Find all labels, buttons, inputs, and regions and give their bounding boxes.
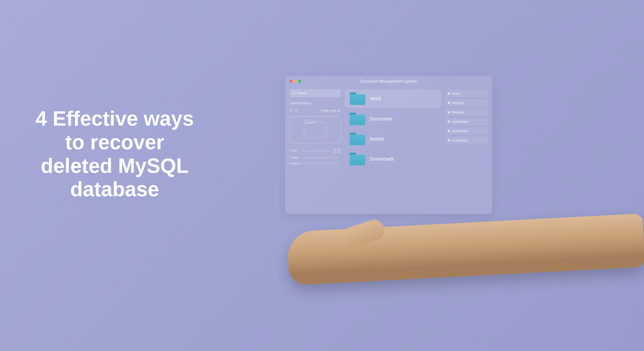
nav-item-applications[interactable]: Applications — [445, 118, 488, 125]
search-history-label[interactable]: Search history — [290, 100, 341, 106]
nav-item-recents[interactable]: Recents — [445, 99, 488, 106]
toolbar-row: ✎ ⏱ Folder only ⊕ — [290, 109, 341, 112]
nav-item-downloads[interactable]: Downloads — [445, 137, 488, 144]
maximize-icon[interactable] — [298, 80, 301, 83]
clock-icon[interactable]: ⏱ — [295, 109, 298, 112]
meta-row-modified: Modified — [290, 162, 341, 165]
bullet-icon — [448, 130, 450, 132]
folder-item-document[interactable]: Document — [345, 110, 441, 128]
folder-item-assets[interactable]: Assets — [345, 130, 441, 148]
search-icon — [292, 92, 295, 95]
minimize-icon[interactable] — [294, 80, 296, 83]
hand-illustration — [288, 205, 644, 316]
traffic-lights — [290, 80, 301, 83]
folder-list: Work Document Assets — [345, 89, 441, 209]
bullet-icon — [448, 102, 450, 104]
nav-item-home[interactable]: Home — [445, 90, 488, 97]
file-manager-window: Document Management System Search Search… — [285, 76, 492, 214]
folder-icon — [350, 113, 365, 125]
folder-icon — [350, 133, 365, 145]
folder-only-label[interactable]: Folder only ⊕ — [321, 109, 340, 112]
window-title: Document Management System — [360, 79, 417, 84]
nav-item-documents[interactable]: Documents — [445, 128, 488, 134]
toolbar-icons: ✎ ⏱ — [290, 109, 298, 112]
sidebar-right: Home Recents Desktop Applications Docume… — [445, 89, 488, 209]
folder-item-downloads[interactable]: Downloads — [345, 150, 441, 168]
title-container: 4 Effective ways to recover deleted MySQ… — [31, 107, 198, 201]
folder-outline-icon: 200Shows — [304, 122, 326, 138]
nav-item-desktop[interactable]: Desktop — [445, 109, 488, 116]
main-title: 4 Effective ways to recover deleted MySQ… — [31, 107, 198, 201]
close-icon[interactable] — [290, 80, 292, 83]
sidebar-left: Search Search history ✎ ⏱ Folder only ⊕ … — [290, 89, 341, 209]
bullet-icon — [448, 93, 450, 94]
bullet-icon — [448, 121, 450, 122]
folder-item-work[interactable]: Work — [345, 90, 441, 107]
window-titlebar: Document Management System — [285, 76, 492, 87]
bullet-icon — [448, 140, 450, 141]
folder-preview: 200Shows — [290, 116, 341, 143]
edit-icon[interactable]: ✎ — [290, 109, 292, 112]
svg-line-1 — [294, 94, 295, 94]
folder-icon — [350, 92, 366, 105]
search-placeholder: Search — [297, 91, 307, 95]
search-input[interactable]: Search — [290, 89, 341, 97]
svg-point-0 — [292, 92, 294, 94]
meta-row-created: Created — [290, 156, 341, 159]
meta-row-folder: Folder 48 MB 21.2 GB — [290, 148, 341, 154]
meta-section: Folder 48 MB 21.2 GB Created Modified — [290, 148, 341, 165]
folder-icon — [350, 153, 365, 165]
window-body: Search Search history ✎ ⏱ Folder only ⊕ … — [285, 87, 492, 214]
bullet-icon — [448, 111, 450, 113]
